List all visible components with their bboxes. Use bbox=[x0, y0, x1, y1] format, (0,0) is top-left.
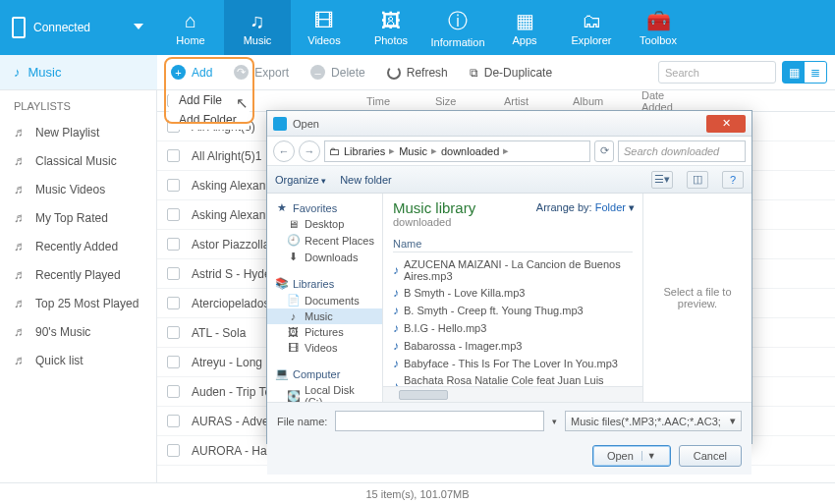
folder-icon: 🗀 bbox=[329, 145, 340, 157]
row-checkbox[interactable] bbox=[167, 444, 180, 457]
add-button[interactable]: + Add bbox=[171, 65, 212, 80]
row-checkbox[interactable] bbox=[167, 149, 180, 162]
filetype-select[interactable]: Music files(*.MP3;*.AAC;*.AC3;▾ bbox=[565, 411, 742, 431]
nav-apps[interactable]: ▦Apps bbox=[491, 0, 558, 55]
back-button[interactable]: ← bbox=[273, 140, 295, 162]
list-view-button[interactable]: ≣ bbox=[805, 62, 826, 83]
horizontal-scrollbar[interactable] bbox=[383, 386, 642, 402]
file-row[interactable]: ♪Babarossa - Imager.mp3 bbox=[393, 337, 633, 355]
device-dropdown[interactable]: Connected bbox=[0, 0, 157, 55]
nav-home[interactable]: ⌂Home bbox=[157, 0, 224, 55]
playlist-icon: ♬ bbox=[14, 324, 28, 339]
row-checkbox[interactable] bbox=[167, 356, 180, 368]
recent-places-item[interactable]: 🕘Recent Places bbox=[267, 232, 382, 249]
name-column-header[interactable]: Name bbox=[393, 234, 633, 252]
nav-toolbox[interactable]: 🧰Toolbox bbox=[625, 0, 692, 55]
nav-videos[interactable]: 🎞Videos bbox=[291, 0, 358, 55]
breadcrumb[interactable]: 🗀 Libraries▸Music▸downloaded▸ bbox=[324, 140, 590, 162]
section-tab-music[interactable]: ♪ Music bbox=[0, 55, 157, 89]
new-folder-button[interactable]: New folder bbox=[340, 174, 392, 186]
deduplicate-button[interactable]: ⧉ De-Duplicate bbox=[470, 66, 552, 80]
playlist-item[interactable]: ♬Classical Music bbox=[0, 146, 156, 175]
chevron-right-icon: ▸ bbox=[389, 144, 395, 157]
refresh-button[interactable]: Refresh bbox=[387, 66, 448, 80]
computer-group[interactable]: 💻Computer bbox=[267, 364, 382, 382]
column-date-added[interactable]: Date Added bbox=[634, 89, 702, 113]
playlist-item[interactable]: ♬New Playlist bbox=[0, 118, 156, 146]
row-checkbox[interactable] bbox=[167, 415, 180, 427]
search-input[interactable]: Search bbox=[658, 61, 776, 84]
downloads-item[interactable]: ⬇Downloads bbox=[267, 249, 382, 265]
playlist-item[interactable]: ♬Music Videos bbox=[0, 175, 156, 203]
refresh-nav-button[interactable]: ⟳ bbox=[594, 140, 614, 162]
export-icon: ↷ bbox=[234, 65, 249, 80]
videos-icon: 🎞 bbox=[287, 342, 300, 354]
breadcrumb-segment[interactable]: Music bbox=[399, 145, 427, 157]
playlist-icon: ♬ bbox=[14, 239, 28, 253]
column-album[interactable]: Album bbox=[565, 95, 634, 107]
help-button[interactable]: ? bbox=[722, 171, 744, 189]
row-checkbox[interactable] bbox=[167, 385, 180, 398]
preview-pane-button[interactable]: ◫ bbox=[687, 171, 708, 189]
dialog-titlebar[interactable]: Open ✕ bbox=[267, 111, 752, 137]
breadcrumb-segment[interactable]: downloaded bbox=[441, 145, 499, 157]
disk-c-item[interactable]: 💽Local Disk (C:) bbox=[267, 382, 382, 402]
open-button[interactable]: Open▼ bbox=[592, 445, 671, 467]
file-row[interactable]: ♪Babyface - This Is For The Lover In You… bbox=[393, 355, 633, 372]
row-checkbox[interactable] bbox=[167, 238, 180, 251]
home-icon: ⌂ bbox=[185, 10, 196, 32]
favorites-group[interactable]: ★Favorites bbox=[267, 197, 382, 216]
list-header: NameTimeSizeArtistAlbumDate Added bbox=[157, 90, 835, 112]
documents-item[interactable]: 📄Documents bbox=[267, 292, 382, 308]
column-artist[interactable]: Artist bbox=[496, 95, 565, 107]
export-button[interactable]: ↷ Export bbox=[234, 65, 289, 80]
add-folder-item[interactable]: Add Folder bbox=[169, 110, 250, 130]
device-status: Connected bbox=[33, 21, 90, 34]
row-checkbox[interactable] bbox=[167, 326, 180, 339]
chevron-right-icon: ▸ bbox=[503, 144, 509, 157]
desktop-item[interactable]: 🖥Desktop bbox=[267, 216, 382, 232]
playlist-item[interactable]: ♬My Top Rated bbox=[0, 203, 156, 232]
playlist-item[interactable]: ♬Recently Added bbox=[0, 232, 156, 260]
recent-icon: 🕘 bbox=[287, 234, 300, 247]
pictures-item[interactable]: 🖼Pictures bbox=[267, 324, 382, 340]
cancel-button[interactable]: Cancel bbox=[679, 445, 742, 467]
file-row[interactable]: ♪B Smyth - Love Killa.mp3 bbox=[393, 284, 633, 302]
organize-button[interactable]: Organize bbox=[275, 174, 326, 186]
breadcrumb-segment[interactable]: Libraries bbox=[344, 145, 385, 157]
row-checkbox[interactable] bbox=[167, 267, 180, 280]
view-mode-button[interactable]: ☰▾ bbox=[651, 171, 673, 189]
grid-view-button[interactable]: ▦ bbox=[783, 62, 805, 83]
playlist-item[interactable]: ♬Top 25 Most Played bbox=[0, 289, 156, 317]
nav-explorer[interactable]: 🗂Explorer bbox=[558, 0, 625, 55]
libraries-group[interactable]: 📚Libraries bbox=[267, 273, 382, 292]
file-row[interactable]: ♪AZUCENA MAIZANI - La Cancion de Buenos … bbox=[393, 256, 633, 284]
close-button[interactable]: ✕ bbox=[706, 115, 746, 133]
row-checkbox[interactable] bbox=[167, 179, 180, 192]
dialog-nav: ← → 🗀 Libraries▸Music▸downloaded▸ ⟳ Sear… bbox=[267, 137, 752, 166]
dedup-icon: ⧉ bbox=[470, 66, 478, 80]
forward-button[interactable]: → bbox=[299, 140, 320, 162]
music-item[interactable]: ♪Music bbox=[267, 308, 382, 324]
column-size[interactable]: Size bbox=[427, 95, 496, 107]
row-checkbox[interactable] bbox=[167, 297, 180, 309]
file-row[interactable]: ♪B. Smyth - Creep ft. Young Thug.mp3 bbox=[393, 302, 633, 319]
dialog-footer: File name: ▾ Music files(*.MP3;*.AAC;*.A… bbox=[267, 402, 752, 475]
file-row[interactable]: ♪B.I.G - Hello.mp3 bbox=[393, 319, 633, 337]
filename-input[interactable] bbox=[335, 411, 544, 431]
arrange-by[interactable]: Arrange by: Folder ▾ bbox=[536, 201, 635, 214]
music-note-icon: ♪ bbox=[14, 65, 21, 80]
playlist-item[interactable]: ♬90's Music bbox=[0, 317, 156, 346]
row-checkbox[interactable] bbox=[167, 208, 180, 221]
playlist-item[interactable]: ♬Recently Played bbox=[0, 260, 156, 289]
nav-photos[interactable]: 🖼Photos bbox=[358, 0, 424, 55]
dialog-search-input[interactable]: Search downloaded bbox=[618, 140, 746, 162]
documents-icon: 📄 bbox=[287, 294, 300, 307]
videos-item[interactable]: 🎞Videos bbox=[267, 340, 382, 356]
column-time[interactable]: Time bbox=[359, 95, 427, 107]
delete-button[interactable]: – Delete bbox=[310, 65, 365, 80]
playlist-item[interactable]: ♬Quick list bbox=[0, 346, 156, 374]
app-icon bbox=[273, 117, 287, 131]
nav-music[interactable]: ♫Music bbox=[224, 0, 291, 55]
nav-information[interactable]: ⓘInformation bbox=[424, 0, 491, 55]
